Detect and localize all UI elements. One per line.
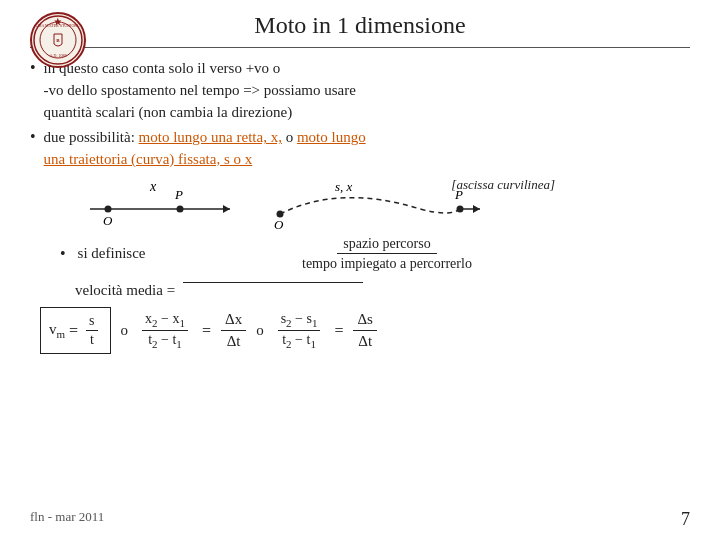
eq-3: = <box>334 322 343 340</box>
x-numer: x2 − x1 <box>142 310 188 331</box>
page: ALMA MATER STUDIORUM A.D. 1088 B Moto in… <box>0 0 720 540</box>
delta-s-numer: Δs <box>353 309 376 331</box>
vm-box: vm = s t <box>40 307 111 354</box>
delta-x-fraction: Δx Δt <box>221 309 246 352</box>
header: ALMA MATER STUDIORUM A.D. 1088 B Moto in… <box>30 12 690 43</box>
svg-marker-14 <box>473 205 480 213</box>
diagram-right: [ascissa curvilinea] s, x O P <box>260 179 540 234</box>
svg-point-9 <box>105 205 112 212</box>
highlight-retta: moto lungo una retta, x, <box>139 129 282 145</box>
footer: fln - mar 2011 7 <box>30 509 690 530</box>
spazio-denominator: tempo impiegato a percorrerlo <box>296 254 478 274</box>
delta-x-numer: Δx <box>221 309 246 331</box>
svg-text:x: x <box>149 179 157 194</box>
svg-text:P: P <box>174 187 183 202</box>
delta-s-fraction: Δs Δt <box>353 309 376 352</box>
s-denom: t2 − t1 <box>279 331 319 351</box>
si-definisce-label: si definisce <box>78 245 146 262</box>
bullet-item-2: • due possibilità: moto lungo una retta,… <box>30 127 690 171</box>
diagram-left: x O P <box>80 179 240 229</box>
velocita-label: velocità media = <box>75 282 175 299</box>
bullet-section: • in questo caso conta solo il verso +vo… <box>30 58 690 171</box>
bullet-text-2: due possibilità: moto lungo una retta, x… <box>44 127 366 171</box>
page-number: 7 <box>681 509 690 530</box>
formula-row: vm = s t o x2 − x1 t2 − t1 = Δx Δt o s2 … <box>40 307 680 354</box>
spazio-fraction: spazio percorso tempo impiegato a percor… <box>296 234 478 274</box>
svg-text:O: O <box>274 217 284 232</box>
delta-s-denom: Δt <box>354 331 376 352</box>
svg-text:s, x: s, x <box>335 179 353 194</box>
s-numer: s2 − s1 <box>278 310 321 331</box>
o-connector-2: o <box>256 322 264 339</box>
bullet-dot-3: • <box>60 245 66 263</box>
s-fraction: s2 − s1 t2 − t1 <box>278 310 321 351</box>
bullet-dot-2: • <box>30 128 36 146</box>
bullet-item-1: • in questo caso conta solo il verso +vo… <box>30 58 690 123</box>
spazio-numerator: spazio percorso <box>337 234 436 255</box>
bullet-text-1: in questo caso conta solo il verso +vo o… <box>44 58 356 123</box>
svg-point-16 <box>457 205 464 212</box>
si-definisce-row: • si definisce spazio percorso tempo imp… <box>60 234 690 274</box>
seal-svg: ALMA MATER STUDIORUM A.D. 1088 B <box>32 14 84 66</box>
o-connector-1: o <box>121 322 129 339</box>
velocita-row: velocità media = <box>75 282 690 299</box>
divider <box>30 47 690 48</box>
svg-marker-8 <box>223 205 230 213</box>
svg-text:A.D. 1088: A.D. 1088 <box>50 53 67 58</box>
vm-denom: t <box>87 331 97 349</box>
vm-label: vm <box>49 321 65 340</box>
vm-numer: s <box>86 312 97 331</box>
delta-x-denom: Δt <box>223 331 245 352</box>
vm-eq: = <box>69 322 78 340</box>
footer-label: fln - mar 2011 <box>30 509 104 530</box>
spazio-label: spazio percorso tempo impiegato a percor… <box>296 234 478 274</box>
svg-text:ALMA MATER STUDIORUM: ALMA MATER STUDIORUM <box>33 23 84 28</box>
logo-circle: ALMA MATER STUDIORUM A.D. 1088 B <box>30 12 86 68</box>
velocita-overline <box>183 282 363 283</box>
x-denom: t2 − t1 <box>145 331 185 351</box>
ascissa-label: [ascissa curvilinea] <box>451 177 555 193</box>
svg-text:O: O <box>103 213 113 228</box>
vm-fraction: s t <box>86 312 97 349</box>
logo: ALMA MATER STUDIORUM A.D. 1088 B <box>30 12 88 70</box>
svg-text:B: B <box>56 38 60 43</box>
page-title: Moto in 1 dimensione <box>254 12 465 43</box>
diagram-row: x O P [ascissa curvilinea] <box>80 179 690 234</box>
eq-2: = <box>202 322 211 340</box>
left-diagram-svg: x O P <box>80 179 240 229</box>
x-fraction: x2 − x1 t2 − t1 <box>142 310 188 351</box>
svg-point-10 <box>177 205 184 212</box>
